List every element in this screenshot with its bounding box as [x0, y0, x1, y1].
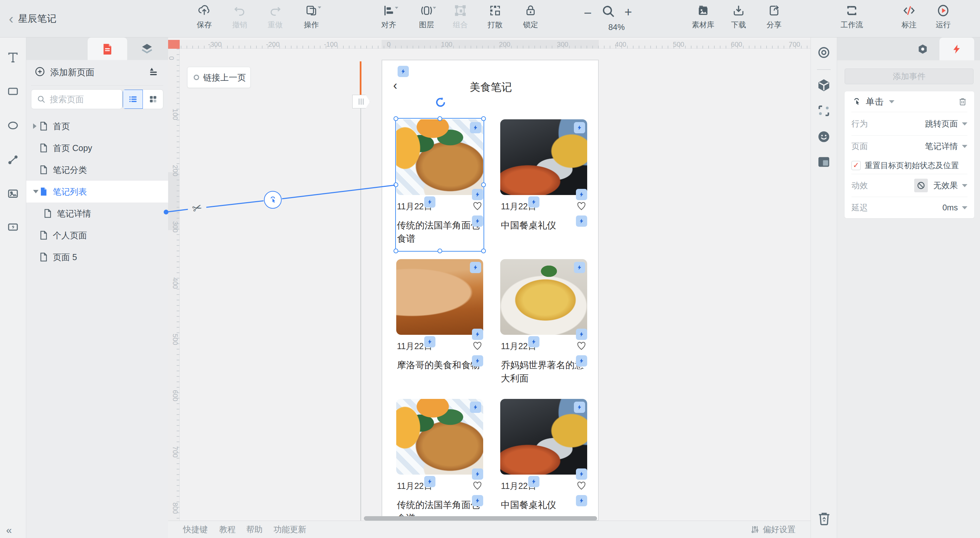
- event-bolt-badge[interactable]: [576, 329, 587, 340]
- reset-checkbox-checked[interactable]: ✓: [851, 161, 861, 170]
- event-bolt-badge[interactable]: [574, 402, 585, 413]
- actions-menu-button[interactable]: 操作: [291, 3, 332, 35]
- heart-icon[interactable]: [576, 201, 587, 212]
- delay-value[interactable]: 0ms: [942, 203, 958, 212]
- rectangle-tool-icon[interactable]: [7, 85, 19, 99]
- selection-handle[interactable]: [481, 116, 486, 121]
- selection-handle[interactable]: [438, 248, 442, 253]
- selection-handle[interactable]: [438, 116, 442, 121]
- search-pages-input[interactable]: [49, 90, 117, 109]
- behavior-value[interactable]: 跳转页面: [925, 118, 958, 129]
- design-canvas[interactable]: -300 -200 -100 0 100 200 300 400 500 600…: [168, 38, 811, 520]
- page-tree-item[interactable]: 首页 Copy: [26, 137, 168, 159]
- tab-pages[interactable]: [88, 38, 127, 60]
- page-tree-item[interactable]: 首页: [26, 115, 168, 137]
- event-bolt-badge[interactable]: [424, 476, 436, 487]
- crop-screenshot-icon[interactable]: [817, 104, 830, 119]
- selection-handle[interactable]: [393, 248, 398, 253]
- workflow-button[interactable]: 工作流: [831, 3, 872, 35]
- heart-icon[interactable]: [576, 341, 587, 351]
- text-tool-icon[interactable]: [7, 51, 19, 65]
- canvas-horizontal-scrollbar[interactable]: [364, 516, 597, 520]
- recycle-bin-icon[interactable]: [816, 511, 832, 528]
- emoji-icon[interactable]: [817, 130, 830, 145]
- event-bolt-badge[interactable]: [574, 122, 585, 133]
- selection-box[interactable]: [395, 118, 484, 251]
- expand-caret-icon[interactable]: [33, 123, 38, 129]
- heart-icon[interactable]: [472, 481, 482, 491]
- components-cube-icon[interactable]: [817, 78, 830, 94]
- event-bolt-badge[interactable]: [576, 468, 587, 480]
- link-previous-page-button[interactable]: 链接上一页: [187, 67, 251, 88]
- event-bolt-badge[interactable]: [472, 495, 483, 506]
- event-bolt-badge[interactable]: [574, 262, 585, 273]
- selection-handle[interactable]: [481, 182, 486, 187]
- zoom-level[interactable]: 84%: [608, 22, 625, 32]
- template-layout-icon[interactable]: [817, 155, 830, 170]
- event-bolt-badge[interactable]: [528, 476, 539, 487]
- event-bolt-badge[interactable]: [472, 468, 483, 480]
- tab-events[interactable]: [939, 38, 974, 60]
- tutorial-link[interactable]: 教程: [219, 524, 235, 535]
- add-event-button[interactable]: 添加事件: [845, 68, 974, 84]
- collapse-caret-icon[interactable]: [33, 190, 38, 193]
- tab-properties[interactable]: [905, 38, 940, 60]
- rotate-handle-icon[interactable]: [434, 96, 447, 110]
- download-button[interactable]: 下载: [718, 3, 759, 35]
- zoom-in-button[interactable]: +: [624, 5, 632, 19]
- page-tree-item[interactable]: 页面 5: [26, 246, 168, 268]
- sort-pages-icon[interactable]: [148, 67, 159, 78]
- undo-button[interactable]: 撤销: [219, 3, 260, 35]
- page-tree-item-child[interactable]: 笔记详情: [26, 202, 168, 224]
- heart-icon[interactable]: [576, 481, 587, 491]
- list-view-button[interactable]: [123, 90, 143, 109]
- lock-button[interactable]: 锁定: [510, 3, 551, 35]
- ellipse-tool-icon[interactable]: [7, 119, 19, 133]
- updates-link[interactable]: 功能更新: [274, 524, 306, 535]
- add-new-page-button[interactable]: 添加新页面: [26, 60, 168, 84]
- motion-row[interactable]: 动效 无效果: [851, 174, 967, 197]
- save-button[interactable]: 保存: [184, 3, 225, 35]
- page-tree-item[interactable]: 个人页面: [26, 224, 168, 246]
- back-to-projects[interactable]: ‹ 星辰笔记: [9, 0, 56, 38]
- event-bolt-badge[interactable]: [528, 336, 539, 347]
- behavior-row[interactable]: 行为 跳转页面: [851, 112, 967, 135]
- event-bolt-badge[interactable]: [576, 495, 587, 506]
- tab-layers[interactable]: [127, 38, 167, 60]
- event-bolt-badge[interactable]: [576, 189, 587, 200]
- grid-view-button[interactable]: [143, 90, 163, 109]
- collapse-panel-button[interactable]: «: [6, 524, 11, 536]
- target-page-row[interactable]: 页面 笔记详情: [851, 136, 967, 157]
- page-tree-item[interactable]: 笔记分类: [26, 159, 168, 181]
- preferences-button[interactable]: 偏好设置: [751, 524, 795, 535]
- zoom-out-button[interactable]: −: [584, 5, 592, 21]
- event-bolt-badge[interactable]: [528, 196, 539, 208]
- motion-value[interactable]: 无效果: [933, 180, 958, 191]
- run-button[interactable]: 运行: [923, 3, 964, 35]
- selection-handle[interactable]: [393, 116, 398, 121]
- event-trigger-row[interactable]: 单击: [851, 91, 967, 112]
- zoom-magnifier-icon[interactable]: [601, 4, 616, 20]
- hotspot-tool-icon[interactable]: [7, 221, 19, 234]
- target-page-value[interactable]: 笔记详情: [925, 141, 958, 152]
- align-button[interactable]: 对齐: [368, 3, 409, 35]
- event-bolt-badge[interactable]: [424, 336, 436, 347]
- share-button[interactable]: 分享: [754, 3, 794, 35]
- event-bolt-badge[interactable]: [470, 402, 481, 413]
- heart-icon[interactable]: [472, 341, 482, 351]
- event-bolt-badge[interactable]: [472, 329, 483, 340]
- no-effect-icon[interactable]: [914, 179, 928, 192]
- image-tool-icon[interactable]: [7, 188, 19, 201]
- delay-row[interactable]: 延迟 0ms: [851, 197, 967, 218]
- line-tool-icon[interactable]: [7, 153, 19, 167]
- help-link[interactable]: 帮助: [246, 524, 262, 535]
- event-bolt-badge[interactable]: [398, 66, 409, 77]
- page-tree-item-selected[interactable]: 笔记列表: [26, 181, 168, 202]
- reset-target-row[interactable]: ✓ 重置目标页初始状态及位置: [851, 157, 967, 174]
- selection-handle[interactable]: [393, 182, 398, 187]
- shortcuts-link[interactable]: 快捷键: [183, 524, 208, 535]
- delete-event-button[interactable]: [958, 97, 967, 107]
- event-bolt-badge[interactable]: [472, 355, 483, 366]
- target-mode-icon[interactable]: [817, 46, 830, 61]
- asset-library-button[interactable]: 素材库: [682, 3, 724, 35]
